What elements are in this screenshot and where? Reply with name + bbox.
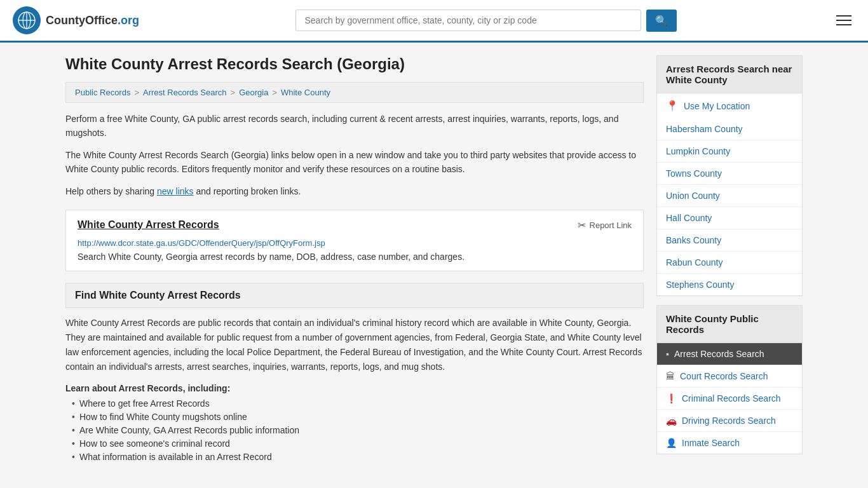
record-title-link[interactable]: White County Arrest Records [78, 219, 219, 230]
inmate-icon: 👤 [666, 438, 677, 448]
criminal-icon: ❗ [666, 393, 677, 403]
new-links-link[interactable]: new links [157, 186, 194, 196]
nearby-towns[interactable]: Towns County [657, 163, 802, 185]
pub-rec-court[interactable]: 🏛 Court Records Search [657, 365, 802, 388]
learn-item-5: What information is available in an Arre… [72, 452, 644, 462]
intro-text-3: Help others by sharing new links and rep… [65, 184, 644, 198]
nearby-section: Arrest Records Search near White County … [656, 55, 803, 296]
record-header: White County Arrest Records ✂ Report Lin… [78, 219, 632, 234]
find-section-heading: Find White County Arrest Records [65, 283, 644, 308]
breadcrumb-georgia[interactable]: Georgia [239, 88, 268, 97]
nearby-lumpkin[interactable]: Lumpkin County [657, 140, 802, 163]
learn-list: Where to get free Arrest Records How to … [65, 398, 644, 462]
logo-text: CountyOffice.org [46, 14, 139, 27]
learn-heading: Learn about Arrest Records, including: [65, 383, 644, 393]
report-link-label: Report Link [590, 220, 632, 230]
arrest-icon: ▪ [666, 349, 669, 359]
nearby-stephens[interactable]: Stephens County [657, 274, 802, 295]
public-records-section: White County Public Records ▪ Arrest Rec… [656, 305, 803, 454]
search-button[interactable]: 🔍 [646, 10, 677, 32]
court-icon: 🏛 [666, 371, 675, 381]
logo-icon [13, 6, 41, 34]
find-text: White County Arrest Records are public r… [65, 316, 644, 374]
pub-rec-criminal[interactable]: ❗ Criminal Records Search [657, 388, 802, 410]
record-description: Search White County, Georgia arrest reco… [78, 252, 632, 262]
report-link-btn[interactable]: ✂ Report Link [578, 219, 632, 231]
breadcrumb-sep-2: > [231, 88, 236, 97]
menu-button[interactable] [832, 11, 855, 29]
main-layout: White County Arrest Records Search (Geor… [53, 43, 815, 478]
nearby-habersham[interactable]: Habersham County [657, 118, 802, 140]
nearby-hall[interactable]: Hall County [657, 207, 802, 229]
search-input[interactable] [295, 10, 641, 31]
pub-rec-inmate[interactable]: 👤 Inmate Search [657, 432, 802, 454]
record-url-link[interactable]: http://www.dcor.state.ga.us/GDC/Offender… [78, 238, 632, 248]
learn-item-3: Are White County, GA Arrest Records publ… [72, 425, 644, 435]
breadcrumb-arrest-records[interactable]: Arrest Records Search [143, 88, 227, 97]
nearby-union[interactable]: Union County [657, 185, 802, 207]
use-my-location-link[interactable]: Use My Location [684, 101, 750, 111]
breadcrumb-public-records[interactable]: Public Records [75, 88, 130, 97]
content-area: White County Arrest Records Search (Geor… [65, 55, 644, 465]
search-area: 🔍 [295, 10, 677, 32]
breadcrumb-sep-3: > [272, 88, 277, 97]
learn-item-1: Where to get free Arrest Records [72, 398, 644, 409]
menu-line-1 [836, 15, 851, 17]
record-card: White County Arrest Records ✂ Report Lin… [65, 210, 644, 271]
menu-line-3 [836, 24, 851, 25]
logo-area: CountyOffice.org [13, 6, 139, 34]
intro-text-2: The White County Arrest Records Search (… [65, 148, 644, 177]
breadcrumb-white-county[interactable]: White County [281, 88, 330, 97]
record-title[interactable]: White County Arrest Records [78, 219, 219, 231]
nearby-banks[interactable]: Banks County [657, 229, 802, 252]
nearby-rabun[interactable]: Rabun County [657, 252, 802, 274]
report-icon: ✂ [578, 219, 586, 231]
intro-text-1: Perform a free White County, GA public a… [65, 112, 644, 140]
learn-item-4: How to see someone's criminal record [72, 438, 644, 449]
public-records-heading: White County Public Records [657, 306, 802, 343]
nearby-heading: Arrest Records Search near White County [657, 56, 802, 93]
location-item[interactable]: 📍 Use My Location [657, 93, 802, 118]
sidebar: Arrest Records Search near White County … [656, 55, 803, 465]
pub-rec-driving[interactable]: 🚗 Driving Records Search [657, 410, 802, 432]
location-pin-icon: 📍 [666, 100, 679, 112]
header: CountyOffice.org 🔍 [0, 0, 868, 43]
pub-rec-arrest[interactable]: ▪ Arrest Records Search [657, 343, 802, 365]
driving-icon: 🚗 [666, 416, 677, 426]
breadcrumb: Public Records > Arrest Records Search >… [65, 82, 644, 103]
breadcrumb-sep-1: > [134, 88, 139, 97]
menu-line-2 [836, 20, 851, 21]
page-title: White County Arrest Records Search (Geor… [65, 55, 644, 73]
learn-item-2: How to find White County mugshots online [72, 412, 644, 422]
